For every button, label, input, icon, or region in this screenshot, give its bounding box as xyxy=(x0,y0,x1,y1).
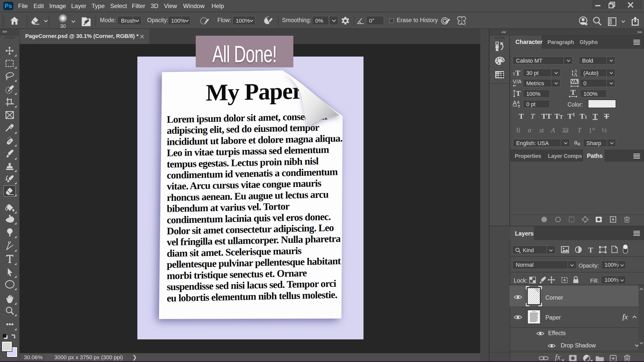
svg-text:A: A xyxy=(574,72,578,77)
svg-text:T: T xyxy=(571,89,576,96)
svg-text:T: T xyxy=(516,89,521,97)
svg-text:V/A: V/A xyxy=(513,79,521,85)
svg-text:a: a xyxy=(517,100,520,105)
svg-text:A: A xyxy=(513,100,517,106)
svg-text:VA: VA xyxy=(571,79,577,84)
